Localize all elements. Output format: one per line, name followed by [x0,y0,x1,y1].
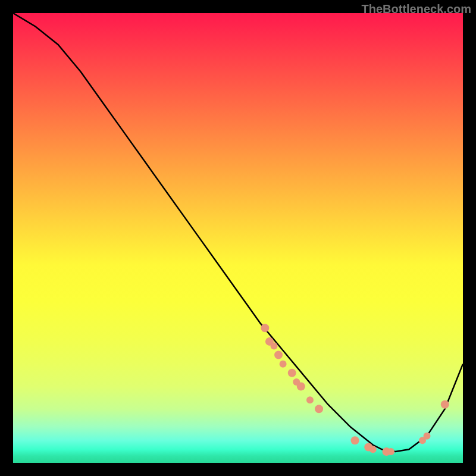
data-markers [261,324,449,456]
data-marker [441,400,449,409]
data-marker [288,369,296,377]
data-marker [351,436,359,444]
curve-line [13,13,463,452]
chart-container: TheBottleneck.com [0,0,476,476]
watermark-label: TheBottleneck.com [362,2,471,16]
data-marker [261,324,269,332]
data-marker [315,405,323,413]
data-marker [297,382,305,390]
data-marker [274,351,283,359]
data-marker [280,361,287,368]
chart-overlay [13,13,463,463]
data-marker [424,433,431,440]
data-marker [387,448,394,455]
data-marker [306,396,314,403]
data-marker [369,446,377,453]
data-marker [270,342,277,349]
